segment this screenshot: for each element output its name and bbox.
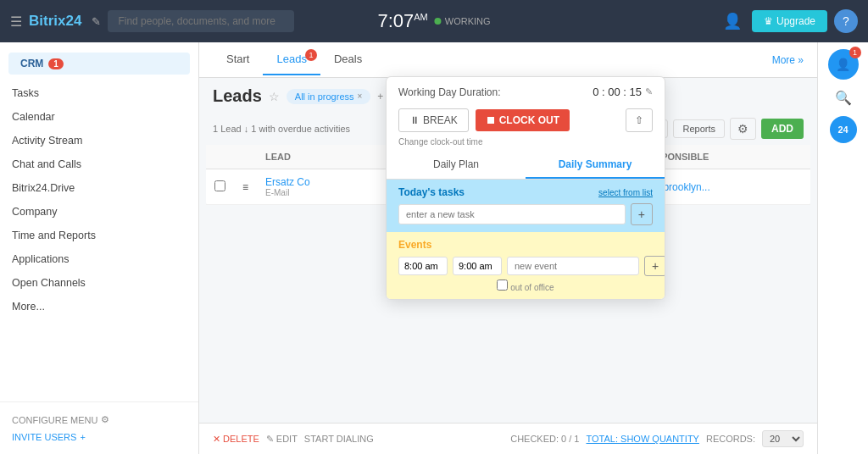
add-task-button[interactable]: + [631, 203, 653, 225]
gear-icon: ⚙ [101, 414, 109, 425]
search-input[interactable] [108, 10, 294, 32]
sidebar-item-company[interactable]: Company [0, 200, 198, 224]
col-checkbox [206, 145, 234, 169]
duration-edit-icon[interactable]: ✎ [645, 86, 653, 97]
sidebar-crm-label: CRM [20, 58, 43, 69]
tab-daily-summary[interactable]: Daily Summary [526, 152, 665, 179]
lead-name-link[interactable]: Ersatz Co [265, 176, 376, 188]
duration-value: 0 : 00 : 15 ✎ [593, 86, 653, 98]
change-clockout-link[interactable]: Change clock-out time [387, 136, 665, 152]
popup-header: Working Day Duration: 0 : 00 : 15 ✎ [387, 77, 665, 103]
reports-button[interactable]: Reports [673, 119, 725, 138]
star-icon[interactable]: ☆ [269, 90, 280, 103]
inner-tabs: Start Leads 1 Deals More » [199, 42, 817, 78]
sidebar-crm-button[interactable]: CRM 1 [8, 53, 190, 75]
filter-tag[interactable]: All in progress × [287, 89, 371, 104]
top-nav-right: 👤 ♛ Upgrade ? [720, 8, 858, 34]
new-task-input[interactable] [398, 204, 626, 224]
event-row: + [398, 256, 653, 276]
bottom-actions: ✕ DELETE ✎ EDIT START DIALING [213, 434, 374, 445]
event-start-time[interactable] [398, 257, 448, 275]
sidebar-footer: CONFIGURE MENU ⚙ INVITE USERS + [0, 401, 198, 454]
break-button[interactable]: ⏸ BREAK [398, 108, 469, 132]
col-drag [234, 145, 257, 169]
crown-icon: ♛ [764, 15, 773, 27]
tab-start[interactable]: Start [213, 44, 263, 75]
filter-tag-close[interactable]: × [358, 91, 363, 101]
sidebar: CRM 1 Tasks Calendar Activity Stream Cha… [0, 42, 199, 454]
time-display: 7:07AM [377, 10, 427, 32]
popup-actions: ⏸ BREAK ⏹ CLOCK OUT ⇧ [387, 103, 665, 136]
help-button[interactable]: ? [834, 9, 858, 33]
stop-icon: ⏹ [486, 114, 496, 126]
share-button[interactable]: ⇧ [626, 108, 653, 132]
total-info[interactable]: TOTAL: SHOW QUANTITY [587, 434, 699, 444]
tasks-label: Today's tasks [398, 186, 465, 198]
task-input-row: + [398, 203, 653, 225]
sidebar-item-calendar[interactable]: Calendar [0, 105, 198, 129]
configure-menu-button[interactable]: CONFIGURE MENU ⚙ [12, 411, 186, 429]
bottom-bar: ✕ DELETE ✎ EDIT START DIALING CHECKED: 0… [199, 423, 817, 454]
time-display-area: 7:07AM WORKING [377, 10, 490, 32]
delete-icon: ✕ [213, 434, 220, 445]
row-lead-name: Ersatz Co E-Mail [257, 169, 385, 205]
right-panel: 👤 1 🔍 24 [817, 42, 868, 454]
records-label: RECORDS: [706, 434, 755, 444]
sidebar-item-tasks[interactable]: Tasks [0, 81, 198, 105]
out-of-office-checkbox[interactable]: out of office [398, 280, 653, 292]
row-checkbox[interactable] [206, 169, 234, 205]
working-day-popup: Working Day Duration: 0 : 00 : 15 ✎ ⏸ BR… [386, 76, 665, 300]
edit-icon[interactable]: ✎ [92, 15, 101, 28]
start-dialing-button[interactable]: START DIALING [304, 434, 374, 445]
brand-name: Bitrix24 [29, 13, 81, 30]
table-settings-button[interactable]: ⚙ [730, 118, 756, 140]
popup-tabs: Daily Plan Daily Summary [387, 152, 665, 180]
avatar: 👤 1 [828, 49, 859, 80]
duration-label: Working Day Duration: [398, 86, 501, 98]
sidebar-item-activity-stream[interactable]: Activity Stream [0, 129, 198, 152]
sidebar-item-applications[interactable]: Applications [0, 247, 198, 271]
tab-daily-plan[interactable]: Daily Plan [387, 152, 526, 179]
add-event-button[interactable]: + [644, 256, 665, 276]
col-lead: LEAD [257, 145, 385, 169]
more-tabs-button[interactable]: More » [772, 54, 804, 66]
user-profile-button[interactable]: 👤 [720, 8, 745, 34]
records-per-page-select[interactable]: 2050100 [762, 430, 804, 447]
event-name-input[interactable] [507, 257, 639, 275]
sidebar-item-more[interactable]: More... [0, 295, 198, 318]
crm-badge: 1 [48, 58, 64, 69]
events-label: Events [398, 239, 653, 251]
events-section: Events + out of office [387, 232, 665, 299]
edit-button[interactable]: ✎ EDIT [266, 434, 298, 445]
invite-users-button[interactable]: INVITE USERS + [12, 429, 86, 446]
lead-sub: E-Mail [265, 188, 376, 197]
working-dot [435, 18, 442, 25]
tasks-header: Today's tasks select from list [398, 186, 653, 198]
upgrade-button[interactable]: ♛ Upgrade [752, 10, 827, 32]
sidebar-item-open-channels[interactable]: Open Channels [0, 271, 198, 295]
checked-info: CHECKED: 0 / 1 [510, 434, 579, 444]
select-from-list-link[interactable]: select from list [598, 188, 653, 197]
tab-leads[interactable]: Leads 1 [263, 44, 320, 75]
notification-badge: 1 [849, 47, 861, 58]
working-badge: WORKING [435, 16, 491, 26]
sidebar-item-time-reports[interactable]: Time and Reports [0, 224, 198, 247]
add-lead-button[interactable]: ADD [761, 119, 804, 139]
plus-icon: + [80, 432, 85, 442]
top-navbar: ☰ Bitrix24 ✎ 7:07AM WORKING 👤 ♛ Upgrade … [0, 0, 868, 42]
leads-page-title: Leads [213, 86, 262, 106]
tasks-section: Today's tasks select from list + [387, 180, 665, 232]
bitrix24-notification-badge[interactable]: 24 [830, 116, 857, 143]
edit-icon: ✎ [266, 434, 274, 445]
hamburger-icon[interactable]: ☰ [10, 14, 22, 30]
toolbar-info: 1 Lead ↓ 1 with overdue activities [213, 124, 350, 134]
pause-icon: ⏸ [409, 114, 420, 126]
tab-deals[interactable]: Deals [320, 44, 376, 75]
sidebar-item-chat-calls[interactable]: Chat and Calls [0, 152, 198, 176]
leads-tab-badge: 1 [305, 49, 317, 61]
clock-out-button[interactable]: ⏹ CLOCK OUT [476, 109, 570, 131]
delete-button[interactable]: ✕ DELETE [213, 434, 259, 445]
sidebar-item-bitrix-drive[interactable]: Bitrix24.Drive [0, 176, 198, 200]
event-end-time[interactable] [453, 257, 502, 275]
search-panel-button[interactable]: 🔍 [832, 86, 855, 109]
